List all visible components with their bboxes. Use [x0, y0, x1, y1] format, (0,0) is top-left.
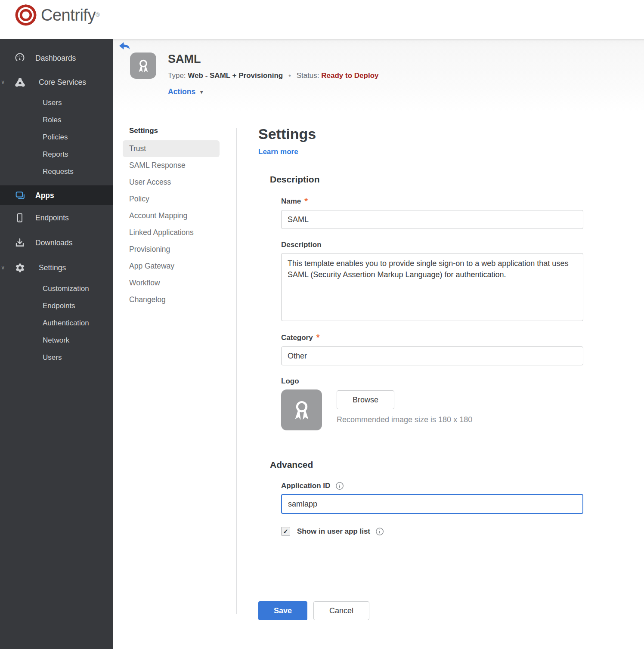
nav-item-saml-response[interactable]: SAML Response: [123, 157, 220, 174]
logo-size-hint: Recommended image size is 180 x 180: [337, 415, 472, 424]
type-label: Type:: [168, 71, 186, 80]
sidebar-item-label: Downloads: [35, 238, 73, 247]
description-section-header: Description: [270, 174, 644, 185]
nav-item-app-gateway[interactable]: App Gateway: [123, 258, 220, 275]
sidebar-item-requests[interactable]: Requests: [0, 163, 113, 180]
centrify-swirl-icon: [14, 3, 37, 27]
gear-icon: [14, 262, 25, 273]
sidebar-item-settings-users[interactable]: Users: [0, 349, 113, 366]
sidebar-item-downloads[interactable]: Downloads: [0, 230, 113, 255]
required-asterisk: *: [316, 333, 320, 343]
advanced-section-header: Advanced: [270, 460, 644, 470]
name-label: Name *: [281, 196, 644, 206]
sidebar-item-label: Apps: [35, 191, 54, 200]
nav-item-trust[interactable]: Trust: [123, 140, 220, 157]
actions-dropdown[interactable]: Actions ▼: [168, 87, 378, 96]
back-arrow-button[interactable]: [119, 42, 130, 51]
sidebar-item-label: Endpoints: [35, 213, 69, 223]
sidebar-item-network[interactable]: Network: [0, 332, 113, 349]
cancel-button[interactable]: Cancel: [313, 601, 369, 620]
settings-nav-header: Settings: [129, 127, 236, 135]
sidebar-item-roles[interactable]: Roles: [0, 111, 113, 129]
sidebar-item-users[interactable]: Users: [0, 94, 113, 111]
nav-item-linked-applications[interactable]: Linked Applications: [123, 224, 220, 241]
info-icon[interactable]: [375, 527, 384, 536]
brand-registered-mark: ®: [96, 9, 100, 22]
apps-icon: [14, 190, 25, 201]
nav-item-changelog[interactable]: Changelog: [123, 291, 220, 308]
sidebar-item-endpoints[interactable]: Endpoints: [0, 205, 113, 230]
category-input[interactable]: [281, 346, 583, 365]
chevron-down-icon: ∨: [1, 79, 5, 85]
actions-label: Actions: [168, 87, 195, 96]
sidebar-item-core-services[interactable]: ∨ Core Services: [0, 70, 113, 94]
sidebar-item-settings-endpoints[interactable]: Endpoints: [0, 297, 113, 315]
info-icon[interactable]: [335, 482, 344, 490]
main-region: SAML Type: Web - SAML + Provisioning • S…: [113, 39, 644, 649]
nav-item-workflow[interactable]: Workflow: [123, 275, 220, 291]
dot-separator: •: [288, 71, 291, 80]
logo-preview: [281, 389, 322, 430]
sidebar-item-label: Settings: [39, 263, 66, 272]
sidebar-item-apps[interactable]: Apps: [0, 185, 113, 205]
show-in-user-app-list-label: Show in user app list: [297, 527, 370, 536]
save-button[interactable]: Save: [258, 601, 307, 620]
application-id-label: Application ID: [281, 482, 644, 490]
sidebar-item-label: Dashboards: [35, 54, 76, 63]
download-icon: [14, 237, 25, 248]
settings-form: Settings Learn more Description Name * D…: [237, 111, 644, 620]
browse-button[interactable]: Browse: [337, 390, 394, 409]
app-title: SAML: [168, 53, 378, 66]
status-value: Ready to Deploy: [321, 71, 378, 80]
sidebar-item-authentication[interactable]: Authentication: [0, 315, 113, 332]
content-area: Settings Trust SAML Response User Access…: [113, 111, 644, 649]
logo-label: Logo: [281, 377, 644, 386]
app-header: SAML Type: Web - SAML + Provisioning • S…: [113, 39, 644, 111]
category-label: Category *: [281, 333, 644, 343]
endpoints-device-icon: [14, 212, 25, 223]
nav-item-policy[interactable]: Policy: [123, 191, 220, 207]
status-label: Status:: [297, 71, 319, 80]
description-label: Description: [281, 241, 644, 249]
sidebar-item-dashboards[interactable]: Dashboards: [0, 46, 113, 70]
nav-item-provisioning[interactable]: Provisioning: [123, 241, 220, 258]
brand-name: Centrify: [41, 6, 96, 25]
show-in-user-app-list-checkbox[interactable]: ✓: [281, 527, 290, 536]
app-logo-thumbnail: [130, 53, 156, 79]
sidebar-item-reports[interactable]: Reports: [0, 146, 113, 163]
sidebar: Dashboards ∨ Core Services Users Roles P…: [0, 39, 113, 649]
nav-item-user-access[interactable]: User Access: [123, 174, 220, 191]
app-meta-line: Type: Web - SAML + Provisioning • Status…: [168, 71, 378, 80]
sidebar-item-policies[interactable]: Policies: [0, 129, 113, 146]
settings-nav: Settings Trust SAML Response User Access…: [113, 111, 236, 308]
centrify-logo: Centrify ®: [14, 3, 100, 27]
top-bar: Centrify ®: [0, 0, 644, 39]
sidebar-item-label: Core Services: [39, 78, 86, 87]
description-textarea[interactable]: This template enables you to provide sin…: [281, 253, 583, 321]
type-value: Web - SAML + Provisioning: [188, 71, 283, 80]
dashboard-gauge-icon: [14, 53, 25, 64]
page-title: Settings: [258, 126, 644, 142]
required-asterisk: *: [304, 196, 308, 206]
learn-more-link[interactable]: Learn more: [258, 148, 298, 156]
sidebar-item-settings[interactable]: ∨ Settings: [0, 255, 113, 280]
sidebar-item-customization[interactable]: Customization: [0, 280, 113, 297]
application-id-input[interactable]: [281, 494, 583, 514]
name-input[interactable]: [281, 210, 583, 229]
caret-down-icon: ▼: [199, 89, 204, 95]
chevron-down-icon: ∨: [1, 264, 5, 271]
core-services-icon: [14, 77, 25, 88]
nav-item-account-mapping[interactable]: Account Mapping: [123, 207, 220, 224]
